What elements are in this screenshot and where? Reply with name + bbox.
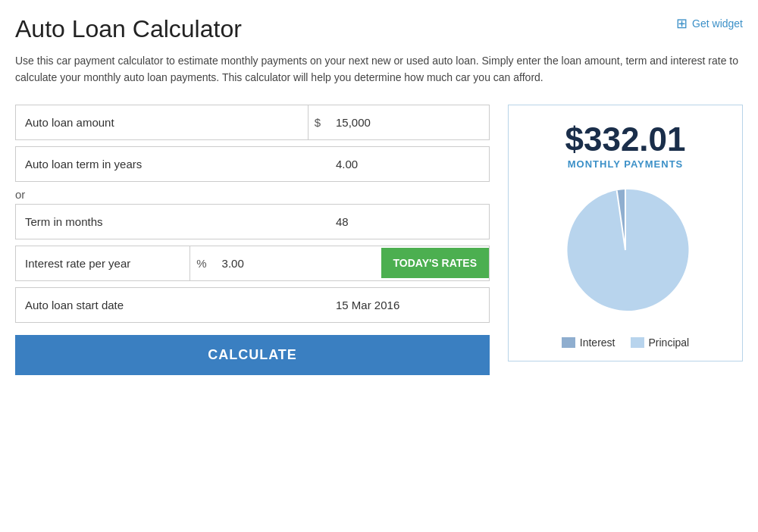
get-widget-link[interactable]: ⊞ Get widget [676,15,743,32]
interest-legend-label: Interest [580,336,615,349]
interest-symbol: % [190,246,212,280]
term-months-input[interactable] [327,205,489,239]
term-months-label: Term in months [16,205,327,239]
start-date-input[interactable] [327,288,489,322]
loan-amount-label: Auto loan amount [16,105,308,139]
principal-color-swatch [631,337,644,348]
chart-legend: Interest Principal [562,336,689,349]
widget-icon: ⊞ [676,15,688,32]
calculate-button[interactable]: CALCULATE [15,335,490,375]
interest-color-swatch [562,337,575,348]
todays-rates-button[interactable]: TODAY'S RATES [381,248,489,278]
term-years-label: Auto loan term in years [16,147,327,181]
monthly-label: MONTHLY PAYMENTS [568,158,684,170]
term-years-row: Auto loan term in years [15,146,490,182]
or-text: or [15,188,490,201]
pie-chart [557,182,694,318]
start-date-row: Auto loan start date [15,287,490,323]
start-date-label: Auto loan start date [16,288,327,322]
principal-legend-item: Principal [631,336,690,349]
form-section: Auto loan amount $ Auto loan term in yea… [15,105,490,375]
description-text: Use this car payment calculator to estim… [15,52,743,86]
main-content: Auto loan amount $ Auto loan term in yea… [15,105,743,375]
loan-amount-symbol: $ [308,105,327,139]
get-widget-label: Get widget [692,17,743,30]
loan-amount-row: Auto loan amount $ [15,105,490,140]
interest-rate-label: Interest rate per year [16,246,190,280]
page-title: Auto Loan Calculator [15,15,242,43]
interest-rate-input[interactable] [213,246,375,280]
monthly-amount: $332.01 [565,120,685,158]
principal-legend-label: Principal [649,336,690,349]
interest-rate-row: Interest rate per year % TODAY'S RATES [15,246,490,281]
results-panel: $332.01 MONTHLY PAYMENTS Interest Pri [508,105,743,361]
interest-legend-item: Interest [562,336,615,349]
term-years-input[interactable] [327,147,489,181]
loan-amount-input[interactable] [327,105,489,139]
term-months-row: Term in months [15,204,490,239]
